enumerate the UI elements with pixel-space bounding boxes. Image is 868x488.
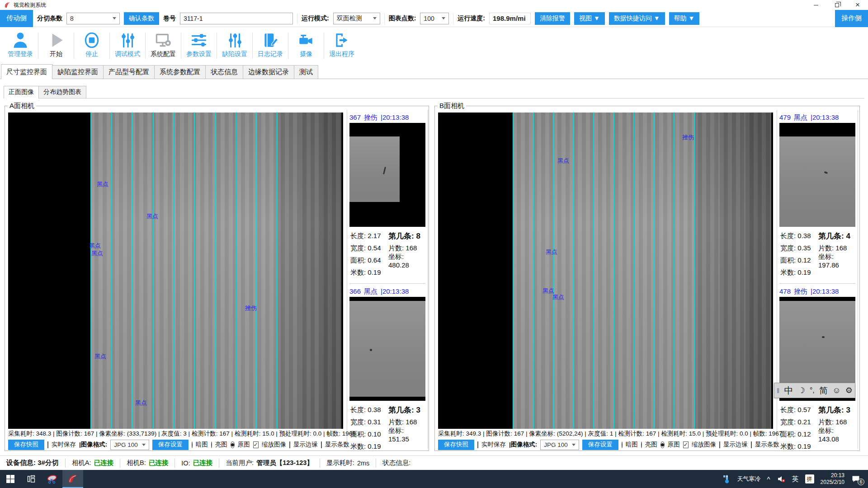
tab-product-model-config[interactable]: 产品型号配置 [103,65,155,79]
tab-size-monitor[interactable]: 尺寸监控界面 [1,64,52,79]
ime-mode-button[interactable]: 中 [784,386,793,395]
admin-login-button[interactable]: 管理登录 [3,31,38,58]
bright-image-radio[interactable] [211,441,212,448]
ime-emoji-button[interactable]: ☺ [832,386,840,394]
chart-points-select[interactable]: 100 [420,13,449,24]
defect-thumbnail [779,123,855,227]
show-edge-checkbox[interactable] [719,441,720,448]
save-snapshot-button[interactable]: 保存快照 [438,440,474,450]
thermometer-icon[interactable] [722,474,731,484]
bright-image-radio[interactable] [641,441,642,448]
tab-test[interactable]: 测试 [294,65,318,79]
strip-boundary-line [111,113,112,429]
show-count-checkbox[interactable] [751,441,752,448]
defect-settings-button[interactable]: 缺陷设置 [217,31,252,58]
defect-metrics: 长度: 2.17 第几条: 8 宽度: 0.54 片数: 168 面积: 0.6… [349,227,425,283]
realtime-save-checkbox[interactable] [47,441,48,448]
separator [297,13,297,24]
start-button[interactable]: 开始 [38,31,74,58]
defect-label: 黑点 [546,248,557,256]
chevron-down-icon [442,17,445,19]
ime-fullhalf-moon-icon[interactable]: ☽ [798,386,805,394]
minimize-icon [814,5,818,5]
save-settings-button[interactable]: 保存设置 [152,440,189,450]
roll-no-label: 卷号 [163,14,176,23]
system-config-button[interactable]: 系统配置 [146,31,181,58]
defect-label: 挫伤 [682,133,694,141]
snipping-tool-taskbar-item[interactable] [42,470,62,488]
show-edge-checkbox[interactable] [289,441,290,448]
start-button[interactable] [0,470,21,488]
drag-handle-icon[interactable]: ‖ [777,387,779,394]
restore-icon [835,3,839,7]
chart-points-label: 图表点数: [389,14,416,23]
strip-boundary-line [277,113,278,429]
original-image-radio[interactable] [231,441,235,448]
dark-image-radio[interactable] [622,441,623,448]
strip-boundary-line [236,113,236,429]
tab-edge-data-record[interactable]: 边缘数据记录 [243,65,294,79]
close-button[interactable]: × [847,0,868,10]
zoom-image-checkbox[interactable]: ✓ [253,441,259,448]
ime-settings-gear-icon[interactable]: ⚙ [845,386,853,394]
weather-text[interactable]: 天气寒冷 [737,475,761,483]
tab-status-info[interactable]: 状态信息 [205,65,243,79]
language-indicator[interactable]: 英 [792,475,799,483]
view-menu-button[interactable]: 视图 ▼ [574,12,605,25]
stop-button[interactable]: 停止 [74,31,109,58]
strip-boundary-line [194,113,195,429]
monitor-gear-icon [154,31,173,50]
action-center-button[interactable]: 6 [851,474,863,484]
defect-label: 黑点 [557,157,569,165]
log-record-button[interactable]: 日志记录 [253,31,288,58]
camera-b-title: B面相机 [438,102,466,110]
command-bar: 传动侧 分切条数 8 确认条数 卷号 3117-1 运行模式: 双面检测 图表点… [0,10,868,27]
save-snapshot-button[interactable]: 保存快照 [8,440,44,450]
data-quick-access-button[interactable]: 数据快捷访问 ▼ [609,12,665,25]
strip-boundary-line [654,113,655,429]
sub-tab-strip: 正面图像 分布趋势图表 [4,85,864,99]
task-view-button[interactable] [21,470,42,488]
show-count-checkbox[interactable] [321,441,322,448]
tray-expand-chevron[interactable]: ^ [767,475,770,483]
strip-boundary-line [173,113,174,429]
subtab-trend-chart[interactable]: 分布趋势图表 [38,86,86,98]
vision-app-taskbar-item[interactable] [62,470,83,488]
clear-alarm-button[interactable]: 清除报警 [535,12,570,25]
drive-side-button[interactable]: 传动侧 [0,10,33,27]
speaker-muted-icon[interactable] [777,474,786,483]
tab-defect-monitor[interactable]: 缺陷监控界面 [52,65,104,79]
roll-no-input[interactable]: 3117-1 [180,13,293,24]
run-speed-value: 198.9m/mi [489,13,531,24]
debug-mode-button[interactable]: 调试模式 [110,31,145,58]
material-strip [277,113,298,429]
ime-indicator[interactable]: 拼 [805,474,814,483]
zoom-image-checkbox[interactable]: ✓ [683,441,689,448]
subtab-front-image[interactable]: 正面图像 [4,86,39,98]
dark-image-radio[interactable] [192,441,193,448]
original-image-radio[interactable] [660,441,665,448]
tab-system-param-config[interactable]: 系统参数配置 [154,65,206,79]
split-count-select[interactable]: 8 [66,13,120,24]
exit-program-button[interactable]: 退出程序 [324,31,359,58]
realtime-save-checkbox[interactable] [477,441,478,448]
material-strip [90,113,277,429]
ime-punctuation-button[interactable]: °, [810,387,815,394]
strip-boundary-line [694,113,695,429]
restore-button[interactable] [826,0,847,10]
minimize-button[interactable] [806,0,826,10]
operate-side-button[interactable]: 操作侧 [835,10,868,27]
separator [384,13,385,24]
confirm-count-button[interactable]: 确认条数 [124,12,159,25]
defect-label: 黑点 [91,249,103,258]
capture-button[interactable]: 摄像 [288,31,324,58]
ime-charset-button[interactable]: 简 [819,386,828,395]
image-format-select[interactable]: JPG 100 [110,440,149,450]
parameter-settings-button[interactable]: 参数设置 [181,31,217,58]
clock[interactable]: 20:13 2025/2/10 [821,472,844,486]
save-settings-button[interactable]: 保存设置 [582,440,618,450]
app-logo-icon [4,1,11,9]
image-format-select[interactable]: JPG 100 [540,440,579,450]
help-menu-button[interactable]: 帮助 ▼ [669,12,700,25]
run-mode-select[interactable]: 双面检测 [333,13,380,24]
